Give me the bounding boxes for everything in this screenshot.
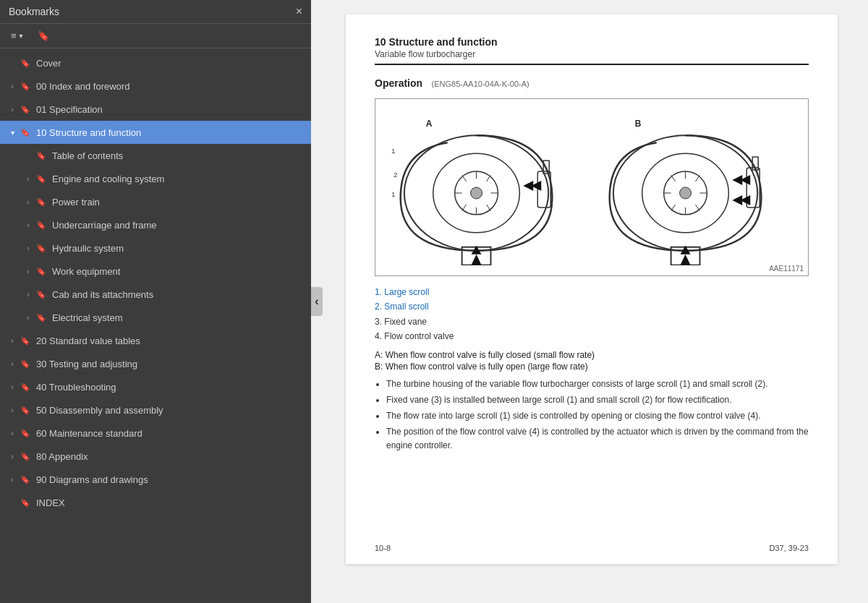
chevron-icon xyxy=(6,59,19,67)
bookmark-icon: 🔖 xyxy=(38,30,49,41)
svg-text:A: A xyxy=(426,119,433,129)
bookmark-icon: 🔖 xyxy=(19,359,32,369)
chevron-icon: › xyxy=(6,337,19,345)
chevron-icon: › xyxy=(22,175,35,183)
page-viewer[interactable]: 10 Structure and function Variable flow … xyxy=(311,0,868,603)
bookmark-item-electrical[interactable]: ›🔖Electrical system xyxy=(0,306,311,329)
bookmark-icon: 🔖 xyxy=(19,82,32,91)
bookmark-item-undercarriage[interactable]: ›🔖Undercarriage and frame xyxy=(0,213,311,236)
chevron-icon: › xyxy=(6,476,19,484)
bookmark-label: Engine and cooling system xyxy=(52,174,305,184)
bookmark-label: 00 Index and foreword xyxy=(36,81,305,92)
bookmark-label: 30 Testing and adjusting xyxy=(36,359,305,369)
svg-text:1: 1 xyxy=(391,190,396,198)
bookmark-item-work-equip[interactable]: ›🔖Work equipment xyxy=(0,260,311,283)
document-page: 10 Structure and function Variable flow … xyxy=(346,14,838,564)
legend-item-3: 3. Fixed vane xyxy=(375,315,809,329)
sidebar-toolbar: ≡ ▼ 🔖 xyxy=(0,24,311,48)
svg-line-34 xyxy=(671,175,676,181)
sidebar-close-button[interactable]: × xyxy=(296,6,302,17)
description-bullets: The turbine housing of the variable flow… xyxy=(386,377,809,453)
chevron-icon: › xyxy=(22,268,35,275)
bookmark-label: Cab and its attachments xyxy=(52,289,305,300)
collapse-handle[interactable]: ‹ xyxy=(311,287,323,316)
bullet-item: Fixed vane (3) is installed between larg… xyxy=(386,393,809,407)
bookmark-item-10-structure[interactable]: ▾🔖10 Structure and function xyxy=(0,121,311,144)
chevron-icon: › xyxy=(6,82,19,90)
chevron-icon: ▾ xyxy=(6,129,19,137)
bookmark-label: Cover xyxy=(36,58,305,69)
svg-marker-37 xyxy=(681,255,691,265)
bookmark-icon: 🔖 xyxy=(35,313,48,322)
bookmark-icon: 🔖 xyxy=(35,174,48,184)
bookmark-item-60-maintenance[interactable]: ›🔖60 Maintenance standard xyxy=(0,422,311,445)
section-title: Operation xyxy=(375,77,422,89)
page-number: 10-8 xyxy=(375,544,391,552)
bookmark-item-toc[interactable]: 🔖Table of contents xyxy=(0,144,311,167)
chevron-icon: › xyxy=(6,383,19,391)
bookmark-item-power[interactable]: ›🔖Power train xyxy=(0,190,311,213)
bookmark-label: 80 Appendix xyxy=(36,451,305,462)
legend-item-2: 2. Small scroll xyxy=(375,299,809,314)
bookmark-label: Power train xyxy=(52,197,305,208)
bookmark-item-30-testing[interactable]: ›🔖30 Testing and adjusting xyxy=(0,352,311,375)
svg-line-10 xyxy=(462,205,467,211)
diagram-container: A B xyxy=(375,98,809,276)
section-code: (ENG85-AA10-04A-K-00-A) xyxy=(432,80,529,88)
bookmark-icon: 🔖 xyxy=(35,244,48,253)
sidebar-title: Bookmarks xyxy=(9,6,59,17)
bookmark-icon: 🔖 xyxy=(35,197,48,207)
collapse-icon: ‹ xyxy=(315,295,318,308)
bookmark-item-40-trouble[interactable]: ›🔖40 Troubleshooting xyxy=(0,375,311,398)
bookmark-item-80-appendix[interactable]: ›🔖80 Appendix xyxy=(0,445,311,468)
bookmark-item-index[interactable]: 🔖INDEX xyxy=(0,491,311,514)
bookmark-item-01-spec[interactable]: ›🔖01 Specification xyxy=(0,98,311,121)
bookmark-icon: 🔖 xyxy=(35,151,48,161)
bookmark-icon: 🔖 xyxy=(19,452,32,461)
bookmark-item-engine[interactable]: ›🔖Engine and cooling system xyxy=(0,167,311,190)
chevron-icon: › xyxy=(22,198,35,206)
bookmark-label: 10 Structure and function xyxy=(36,127,305,138)
bookmark-label: 50 Disassembly and assembly xyxy=(36,405,305,416)
bookmark-icon: 🔖 xyxy=(19,336,32,346)
bookmark-item-cover[interactable]: 🔖Cover xyxy=(0,51,311,74)
bookmark-label: Hydraulic system xyxy=(52,243,305,254)
svg-text:2: 2 xyxy=(393,171,398,179)
bookmark-icon: 🔖 xyxy=(19,429,32,438)
bookmark-label: Work equipment xyxy=(52,266,305,277)
bookmark-label: Electrical system xyxy=(52,312,305,323)
bookmark-icon: 🔖 xyxy=(19,128,32,137)
legend-label-2: 2. Small scroll xyxy=(375,302,429,312)
doc-footer: 10-8 D37, 39-23 xyxy=(375,544,809,552)
bookmark-icon: 🔖 xyxy=(35,267,48,276)
svg-line-30 xyxy=(696,205,700,211)
svg-line-28 xyxy=(696,175,700,181)
bookmark-item-20-standard[interactable]: ›🔖20 Standard value tables xyxy=(0,329,311,352)
bookmark-item-50-disassembly[interactable]: ›🔖50 Disassembly and assembly xyxy=(0,398,311,422)
bookmark-add-button[interactable]: 🔖 xyxy=(34,28,53,43)
chevron-icon: › xyxy=(6,360,19,368)
page-subtitle: Variable flow turbocharger xyxy=(375,49,809,59)
view-mode-button[interactable]: ≡ ▼ xyxy=(7,28,28,43)
bullet-item: The position of the flow control valve (… xyxy=(386,425,809,453)
doc-reference: D37, 39-23 xyxy=(770,544,809,552)
svg-marker-20 xyxy=(523,181,533,191)
chevron-icon: › xyxy=(22,244,35,252)
bullet-item: The turbine housing of the variable flow… xyxy=(386,377,809,391)
bookmark-label: INDEX xyxy=(36,497,305,508)
bookmark-item-hydraulic[interactable]: ›🔖Hydraulic system xyxy=(0,236,311,260)
bookmark-icon: 🔖 xyxy=(35,221,48,230)
main-content: ‹ 10 Structure and function Variable flo… xyxy=(311,0,868,603)
chevron-icon: › xyxy=(6,406,19,414)
chevron-icon: › xyxy=(22,221,35,229)
divider xyxy=(375,64,809,65)
bookmark-item-00-index[interactable]: ›🔖00 Index and foreword xyxy=(0,74,311,98)
bookmark-item-cab[interactable]: ›🔖Cab and its attachments xyxy=(0,283,311,306)
chevron-icon: › xyxy=(6,429,19,437)
bookmark-icon: 🔖 xyxy=(19,59,32,68)
chevron-icon: › xyxy=(6,106,19,114)
legend: 1. Large scroll 2. Small scroll 3. Fixed… xyxy=(375,285,809,344)
diagram-reference: AAE11171 xyxy=(769,265,804,273)
view-icon: ≡ xyxy=(11,30,17,41)
bookmark-item-90-diagrams[interactable]: ›🔖90 Diagrams and drawings xyxy=(0,468,311,491)
